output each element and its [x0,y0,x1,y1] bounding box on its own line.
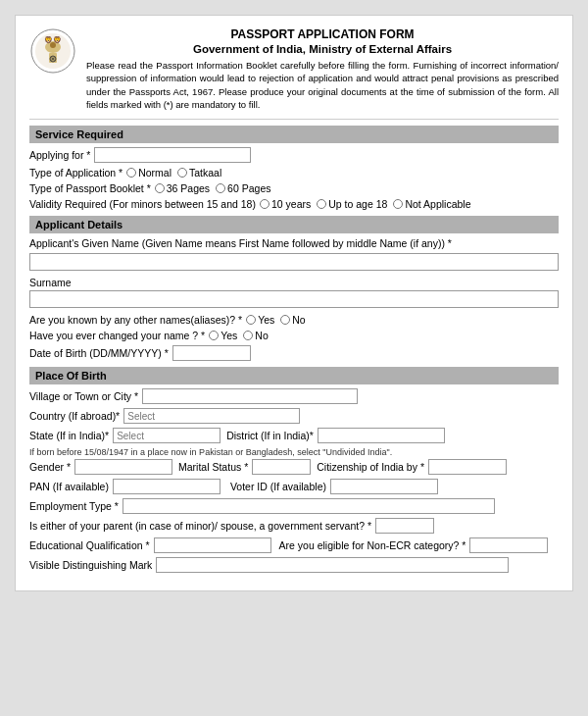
changed-yes: Yes [209,330,237,341]
radio-normal-input[interactable] [126,168,136,178]
surname-input[interactable] [29,290,559,308]
section-place-of-birth: Place Of Birth [29,367,559,384]
govt-servant-row: Is either of your parent (in case of min… [29,518,559,534]
pan-label: PAN (If available) [29,481,109,492]
type-of-application-options: Normal Tatkaal [126,167,221,179]
distinguishing-mark-input[interactable] [156,557,509,573]
pan-input[interactable] [113,479,220,494]
village-row: Village or Town or City * [29,388,559,404]
radio-tatkaal: Tatkaal [177,167,221,179]
citizenship-input[interactable] [428,459,507,475]
state-label: State (If in India)* [29,430,109,441]
header-divider [29,119,559,120]
employment-label: Employment Type * [29,500,119,512]
dob-row: Date of Birth (DD/MM/YYYY) * [29,345,559,361]
village-input[interactable] [142,388,358,404]
validity-row: Validity Required (For minors between 15… [29,198,559,210]
non-ecr-input[interactable] [469,537,548,553]
gender-label: Gender * [29,461,71,473]
citizenship-label: Citizenship of India by * [317,461,424,473]
type-of-application-row: Type of Application * Normal Tatkaal [29,167,559,179]
applying-for-label: Applying for * [29,149,90,161]
validity-label: Validity Required (For minors between 15… [29,198,256,210]
state-district-row: State (If in India)* District (If in Ind… [29,428,559,443]
applying-for-input[interactable] [94,147,251,163]
given-name-input[interactable] [29,253,559,271]
radio-10years-input[interactable] [260,199,270,209]
employment-row: Employment Type * [29,498,559,514]
changed-no-input[interactable] [243,331,253,340]
header-text-block: PASSPORT APPLICATION FORM Government of … [86,27,559,111]
birth-note: If born before 15/08/1947 in a place now… [29,447,559,457]
surname-label: Surname [29,277,72,288]
education-row: Educational Qualification * Are you elig… [29,537,559,553]
aliases-no-input[interactable] [280,315,290,325]
changed-name-options: Yes No [209,330,269,341]
form-container: 🦁🦁 PASSPORT APPLICATION FORM Government … [15,15,573,591]
radio-upto18: Up to age 18 [317,198,387,210]
validity-options: 10 years Up to age 18 Not Applicable [260,198,471,210]
aliases-yes: Yes [246,314,274,326]
svg-text:🦁🦁: 🦁🦁 [44,35,62,44]
changed-name-row: Have you ever changed your name ? * Yes … [29,330,559,341]
radio-upto18-input[interactable] [317,199,326,209]
gender-input[interactable] [74,459,172,475]
dob-input[interactable] [172,345,251,361]
form-description: Please read the Passport Information Boo… [86,59,559,111]
marital-status-label: Marital Status * [178,461,248,473]
form-header: 🦁🦁 PASSPORT APPLICATION FORM Government … [29,27,559,111]
section-service-required: Service Required [29,126,559,143]
passport-booklet-options: 36 Pages 60 Pages [155,182,271,194]
radio-not-applicable: Not Applicable [393,198,470,210]
country-label: Country (If abroad)* [29,410,120,422]
radio-60pages-input[interactable] [216,183,225,193]
aliases-options: Yes No [246,314,306,326]
form-title: PASSPORT APPLICATION FORM [86,27,559,41]
aliases-no: No [280,314,305,326]
passport-booklet-row: Type of Passport Booklet * 36 Pages 60 P… [29,182,559,194]
type-of-application-label: Type of Application * [29,167,122,179]
employment-input[interactable] [122,498,495,514]
radio-not-applicable-input[interactable] [393,199,403,209]
aliases-label: Are you known by any other names(aliases… [29,314,242,326]
given-name-section: Applicant's Given Name (Given Name means… [29,237,559,273]
govt-servant-label: Is either of your parent (in case of min… [29,520,371,532]
distinguishing-mark-row: Visible Distinguishing Mark [29,557,559,573]
applying-for-row: Applying for * [29,147,559,163]
radio-tatkaal-input[interactable] [177,168,187,178]
radio-normal: Normal [126,167,172,179]
country-input[interactable] [123,408,300,424]
district-input[interactable] [318,428,445,443]
govt-servant-input[interactable] [375,518,434,534]
aliases-row: Are you known by any other names(aliases… [29,314,559,326]
state-input[interactable] [113,428,220,443]
education-label: Educational Qualification * [29,539,150,551]
radio-60pages: 60 Pages [216,182,270,194]
form-subtitle: Government of India, Ministry of Externa… [86,43,559,55]
gender-row: Gender * Marital Status * Citizenship of… [29,459,559,475]
changed-yes-input[interactable] [209,331,219,340]
voter-id-input[interactable] [330,479,438,494]
surname-row: Surname [29,277,559,310]
marital-status-input[interactable] [252,459,311,475]
changed-name-label: Have you ever changed your name ? * [29,330,205,341]
india-emblem: 🦁🦁 [29,27,76,75]
radio-10years: 10 years [260,198,311,210]
aliases-yes-input[interactable] [246,315,256,325]
village-label: Village or Town or City * [29,390,138,402]
passport-booklet-label: Type of Passport Booklet * [29,182,151,194]
distinguishing-mark-label: Visible Distinguishing Mark [29,559,152,571]
country-row: Country (If abroad)* [29,408,559,424]
education-input[interactable] [154,537,271,553]
non-ecr-label: Are you eligible for Non-ECR category? * [279,539,466,551]
district-label: District (If in India)* [226,430,314,441]
radio-36pages-input[interactable] [155,183,165,193]
dob-label: Date of Birth (DD/MM/YYYY) * [29,347,169,359]
given-name-label: Applicant's Given Name (Given Name means… [29,237,559,249]
voter-id-label: Voter ID (If available) [230,481,326,492]
radio-36pages: 36 Pages [155,182,210,194]
section-applicant-details: Applicant Details [29,216,559,233]
pan-voter-row: PAN (If available) Voter ID (If availabl… [29,479,559,494]
changed-no: No [243,330,268,341]
